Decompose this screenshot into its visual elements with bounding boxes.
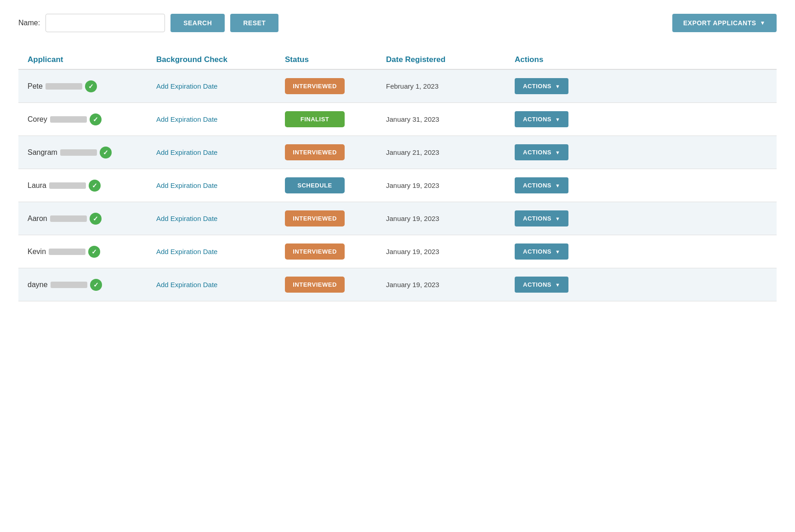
date-registered-cell: January 19, 2023 (386, 248, 515, 255)
applicant-cell: Laura ✓ (28, 180, 156, 192)
background-check-cell: Add Expiration Date (156, 248, 285, 256)
applicant-cell: Corey ✓ (28, 113, 156, 125)
search-label: Name: (18, 19, 40, 27)
background-check-cell: Add Expiration Date (156, 148, 285, 157)
table-row: Laura ✓ Add Expiration Date SCHEDULE Jan… (18, 169, 777, 202)
applicant-last-name-redacted (49, 249, 85, 255)
actions-chevron-icon: ▼ (555, 117, 560, 122)
status-badge: SCHEDULE (285, 177, 345, 193)
applicant-cell: dayne ✓ (28, 279, 156, 291)
header-date-registered: Date Registered (386, 55, 515, 64)
status-badge: INTERVIEWED (285, 144, 345, 160)
background-check-cell: Add Expiration Date (156, 115, 285, 124)
export-applicants-button[interactable]: EXPORT APPLICANTS ▼ (672, 14, 777, 32)
applicant-first-name: Corey (28, 115, 47, 124)
applicants-table: Applicant Background Check Status Date R… (18, 51, 777, 301)
actions-chevron-icon: ▼ (555, 249, 560, 255)
table-row: Kevin ✓ Add Expiration Date INTERVIEWED … (18, 235, 777, 268)
table-row: dayne ✓ Add Expiration Date INTERVIEWED … (18, 268, 777, 301)
applicant-first-name: Laura (28, 181, 46, 190)
status-cell: SCHEDULE (285, 177, 386, 193)
actions-chevron-icon: ▼ (555, 183, 560, 188)
background-check-cell: Add Expiration Date (156, 82, 285, 91)
add-expiration-date-link[interactable]: Add Expiration Date (156, 215, 217, 222)
applicant-cell: Aaron ✓ (28, 213, 156, 225)
background-check-cell: Add Expiration Date (156, 181, 285, 190)
add-expiration-date-link[interactable]: Add Expiration Date (156, 281, 217, 289)
applicant-last-name-redacted (51, 282, 87, 288)
actions-cell: ACTIONS ▼ (515, 111, 607, 127)
status-badge: INTERVIEWED (285, 277, 345, 293)
actions-cell: ACTIONS ▼ (515, 177, 607, 193)
header-applicant: Applicant (28, 55, 156, 64)
date-registered-cell: February 1, 2023 (386, 82, 515, 90)
applicant-first-name: dayne (28, 281, 48, 289)
export-chevron-icon: ▼ (760, 20, 766, 26)
actions-button[interactable]: ACTIONS ▼ (515, 78, 568, 94)
table-body: Pete ✓ Add Expiration Date INTERVIEWED F… (18, 70, 777, 301)
verified-icon: ✓ (100, 147, 112, 158)
actions-button[interactable]: ACTIONS ▼ (515, 111, 568, 127)
actions-chevron-icon: ▼ (555, 282, 560, 288)
applicant-first-name: Kevin (28, 248, 46, 256)
add-expiration-date-link[interactable]: Add Expiration Date (156, 148, 217, 156)
applicant-last-name-redacted (60, 149, 97, 156)
reset-button[interactable]: RESET (230, 14, 278, 32)
status-cell: INTERVIEWED (285, 78, 386, 94)
status-cell: INTERVIEWED (285, 277, 386, 293)
add-expiration-date-link[interactable]: Add Expiration Date (156, 82, 217, 90)
actions-button[interactable]: ACTIONS ▼ (515, 243, 568, 260)
status-badge: INTERVIEWED (285, 210, 345, 226)
background-check-cell: Add Expiration Date (156, 281, 285, 289)
applicant-last-name-redacted (45, 83, 82, 90)
table-header: Applicant Background Check Status Date R… (18, 51, 777, 70)
actions-cell: ACTIONS ▼ (515, 243, 607, 260)
status-badge: INTERVIEWED (285, 243, 345, 260)
status-cell: INTERVIEWED (285, 144, 386, 160)
applicant-first-name: Aaron (28, 215, 47, 223)
applicant-first-name: Pete (28, 82, 43, 91)
actions-button[interactable]: ACTIONS ▼ (515, 144, 568, 160)
applicant-last-name-redacted (50, 215, 87, 222)
actions-button[interactable]: ACTIONS ▼ (515, 177, 568, 193)
actions-button[interactable]: ACTIONS ▼ (515, 210, 568, 226)
date-registered-cell: January 21, 2023 (386, 148, 515, 156)
actions-cell: ACTIONS ▼ (515, 210, 607, 226)
applicant-first-name: Sangram (28, 148, 57, 157)
add-expiration-date-link[interactable]: Add Expiration Date (156, 248, 217, 255)
applicant-cell: Sangram ✓ (28, 147, 156, 158)
actions-chevron-icon: ▼ (555, 84, 560, 89)
status-badge: INTERVIEWED (285, 78, 345, 94)
verified-icon: ✓ (89, 180, 101, 192)
header-background-check: Background Check (156, 55, 285, 64)
verified-icon: ✓ (90, 213, 102, 225)
date-registered-cell: January 19, 2023 (386, 181, 515, 189)
verified-icon: ✓ (88, 246, 100, 258)
add-expiration-date-link[interactable]: Add Expiration Date (156, 181, 217, 189)
actions-cell: ACTIONS ▼ (515, 144, 607, 160)
search-button[interactable]: SEARCH (170, 14, 225, 32)
applicant-last-name-redacted (49, 182, 86, 189)
table-row: Aaron ✓ Add Expiration Date INTERVIEWED … (18, 202, 777, 235)
date-registered-cell: January 31, 2023 (386, 115, 515, 123)
applicant-cell: Kevin ✓ (28, 246, 156, 258)
status-cell: INTERVIEWED (285, 210, 386, 226)
search-input[interactable] (45, 14, 165, 32)
actions-cell: ACTIONS ▼ (515, 78, 607, 94)
actions-chevron-icon: ▼ (555, 216, 560, 221)
actions-cell: ACTIONS ▼ (515, 277, 607, 293)
status-cell: INTERVIEWED (285, 243, 386, 260)
date-registered-cell: January 19, 2023 (386, 215, 515, 222)
search-bar: Name: SEARCH RESET EXPORT APPLICANTS ▼ (18, 14, 777, 32)
header-actions: Actions (515, 55, 607, 64)
applicant-last-name-redacted (50, 116, 87, 123)
actions-button[interactable]: ACTIONS ▼ (515, 277, 568, 293)
verified-icon: ✓ (90, 279, 102, 291)
table-row: Sangram ✓ Add Expiration Date INTERVIEWE… (18, 136, 777, 169)
applicant-cell: Pete ✓ (28, 80, 156, 92)
verified-icon: ✓ (90, 113, 102, 125)
background-check-cell: Add Expiration Date (156, 215, 285, 223)
table-row: Pete ✓ Add Expiration Date INTERVIEWED F… (18, 70, 777, 103)
add-expiration-date-link[interactable]: Add Expiration Date (156, 115, 217, 123)
actions-chevron-icon: ▼ (555, 150, 560, 155)
